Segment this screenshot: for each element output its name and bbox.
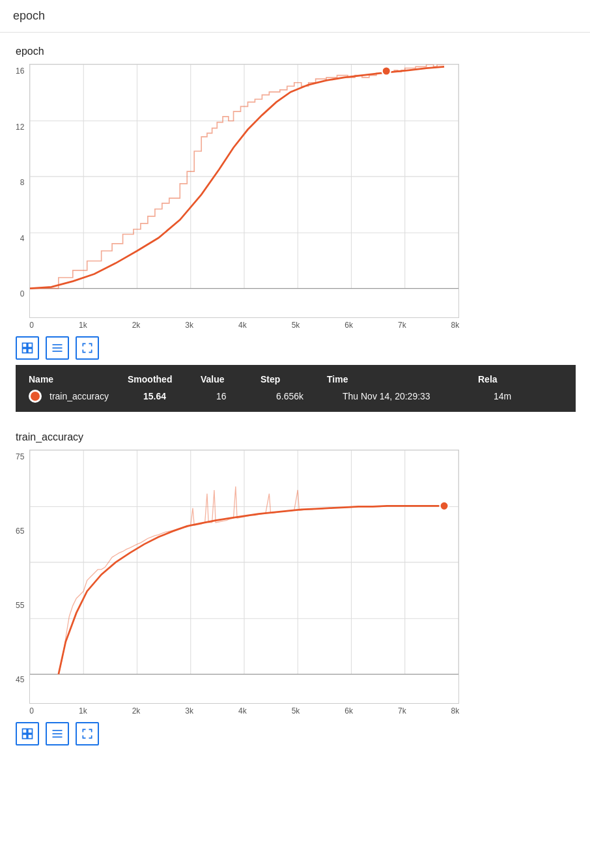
epoch-zoom-button[interactable] (16, 336, 39, 360)
tooltip-col-name-header: Name (29, 374, 107, 384)
tooltip-time-val: Thu Nov 14, 20:29:33 (343, 391, 473, 401)
acc-x-1k: 1k (79, 706, 87, 716)
epoch-y-label-12: 12 (16, 123, 24, 132)
epoch-x-8k: 8k (451, 321, 460, 330)
acc-y-label-75: 75 (16, 452, 24, 461)
acc-x-0: 0 (29, 706, 34, 716)
epoch-toolbar (16, 336, 574, 360)
acc-y-label-65: 65 (16, 527, 24, 536)
acc-y-label-55: 55 (16, 601, 24, 610)
tooltip-col-step-header: Step (260, 374, 306, 384)
tooltip-col-value-header: Value (201, 374, 240, 384)
accuracy-chart (29, 450, 459, 704)
epoch-x-0: 0 (29, 321, 34, 330)
epoch-x-6k: 6k (344, 321, 353, 330)
svg-point-36 (440, 502, 449, 510)
epoch-x-4k: 4k (238, 321, 247, 330)
accuracy-fit-button[interactable] (76, 722, 99, 745)
epoch-y-label-8: 8 (20, 178, 25, 187)
acc-x-8k: 8k (451, 706, 460, 716)
acc-y-label-45: 45 (16, 675, 24, 684)
svg-rect-43 (53, 736, 63, 738)
accuracy-chart-section: train_accuracy 45 55 65 75 (16, 431, 574, 716)
tooltip-overlay: Name Smoothed Value Step Time Rela train… (16, 365, 576, 412)
acc-x-7k: 7k (398, 706, 406, 716)
epoch-y-label-4: 4 (20, 234, 25, 243)
epoch-x-1k: 1k (79, 321, 87, 330)
page-title: epoch (0, 0, 590, 33)
epoch-y-label-0: 0 (20, 289, 25, 298)
svg-point-14 (382, 66, 391, 75)
tooltip-col-smoothed-header: Smoothed (128, 374, 180, 384)
accuracy-zoom-button[interactable] (16, 722, 39, 745)
epoch-chart (29, 64, 459, 318)
tooltip-rela-val: 14m (494, 391, 526, 401)
run-dot (29, 390, 42, 403)
acc-x-5k: 5k (292, 706, 300, 716)
svg-rect-18 (28, 349, 33, 353)
tooltip-run-name: train_accuracy (49, 391, 122, 401)
acc-x-4k: 4k (238, 706, 247, 716)
tooltip-value-val: 16 (216, 391, 255, 401)
accuracy-chart-title: train_accuracy (16, 431, 574, 443)
svg-rect-41 (53, 730, 63, 731)
svg-rect-16 (28, 343, 33, 348)
svg-rect-21 (53, 351, 63, 352)
epoch-x-3k: 3k (185, 321, 193, 330)
epoch-menu-button[interactable] (46, 336, 69, 360)
epoch-x-2k: 2k (132, 321, 141, 330)
epoch-chart-title: epoch (16, 46, 574, 57)
svg-rect-17 (23, 349, 27, 353)
svg-rect-39 (23, 734, 27, 739)
svg-rect-20 (53, 347, 63, 349)
epoch-x-5k: 5k (292, 321, 300, 330)
epoch-chart-section: epoch 0 4 8 12 16 (16, 46, 574, 330)
accuracy-toolbar (16, 722, 574, 745)
svg-rect-19 (53, 344, 63, 345)
accuracy-menu-button[interactable] (46, 722, 69, 745)
epoch-x-7k: 7k (398, 321, 406, 330)
epoch-y-label-16: 16 (16, 66, 24, 76)
acc-x-6k: 6k (344, 706, 353, 716)
svg-rect-42 (53, 733, 63, 734)
svg-rect-37 (23, 729, 27, 734)
svg-rect-38 (28, 729, 33, 734)
tooltip-smoothed-val: 15.64 (143, 391, 195, 401)
epoch-fit-button[interactable] (76, 336, 99, 360)
svg-rect-15 (23, 343, 27, 348)
tooltip-step-val: 6.656k (276, 391, 322, 401)
tooltip-col-time-header: Time (327, 374, 457, 384)
svg-rect-40 (28, 734, 33, 739)
acc-x-3k: 3k (185, 706, 193, 716)
acc-x-2k: 2k (132, 706, 141, 716)
tooltip-col-rela-header: Rela (478, 374, 511, 384)
